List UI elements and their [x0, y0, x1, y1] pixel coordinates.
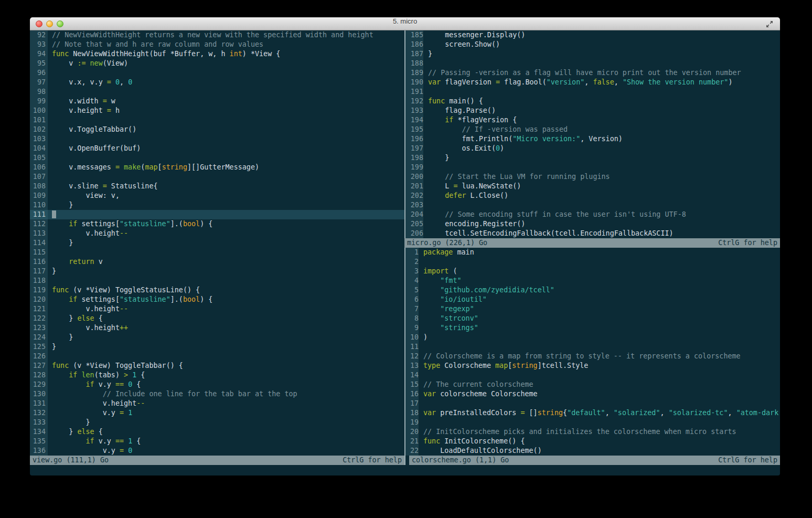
code-line[interactable]: 203: [404, 200, 780, 210]
code-line[interactable]: 120 if settings["statusline"].(bool) {: [30, 295, 404, 304]
code-line[interactable]: 104 v.OpenBuffer(buf): [30, 144, 404, 153]
code-line[interactable]: 206 tcell.SetEncodingFallback(tcell.Enco…: [404, 229, 780, 238]
code-line[interactable]: 191: [404, 87, 780, 97]
code-line[interactable]: 17: [404, 399, 780, 408]
code-line[interactable]: 128 if len(tabs) > 1 {: [30, 371, 404, 380]
code-line[interactable]: 118: [30, 276, 404, 286]
pane-colorscheme-go[interactable]: 1package main23import (4 "fmt"5 "github.…: [404, 248, 780, 456]
code-token: ): [423, 333, 428, 341]
code-line[interactable]: 130 // Include one line for the tab bar …: [30, 389, 404, 399]
code-line[interactable]: 11: [404, 342, 780, 352]
code-line[interactable]: 119func (v *View) ToggleStatusLine() {: [30, 286, 404, 295]
command-line[interactable]: [30, 465, 780, 475]
code-line[interactable]: 2: [404, 257, 780, 267]
code-line[interactable]: 98: [30, 87, 404, 97]
bottom-status-row: view.go (111,1) Go CtrlG for help colors…: [30, 456, 780, 465]
code-line[interactable]: 101: [30, 115, 404, 125]
code-line[interactable]: 92// NewViewWidthHeight returns a new vi…: [30, 30, 404, 40]
code-line[interactable]: 205 encoding.Register(): [404, 219, 780, 229]
resize-icon[interactable]: [765, 20, 774, 28]
code-line[interactable]: 204 // Some encoding stuff in case the u…: [404, 210, 780, 219]
code-line[interactable]: 193 flag.Parse(): [404, 106, 780, 115]
code-line[interactable]: 199: [404, 163, 780, 172]
code-line[interactable]: 127func (v *View) ToggleTabbar() {: [30, 361, 404, 371]
code-line[interactable]: 18var preInstalledColors = []string{"def…: [404, 408, 780, 418]
code-line[interactable]: 196 fmt.Println("Micro version:", Versio…: [404, 134, 780, 144]
code-line[interactable]: 3import (: [404, 267, 780, 276]
code-line[interactable]: 107: [30, 172, 404, 182]
code-line[interactable]: 185 messenger.Display(): [404, 30, 780, 40]
code-line[interactable]: 116 return v: [30, 257, 404, 267]
code-line[interactable]: 19: [404, 418, 780, 427]
code-line[interactable]: 194 if *flagVersion {: [404, 115, 780, 125]
code-line[interactable]: 9 "strings": [404, 323, 780, 333]
code-line[interactable]: 189// Passing -version as a flag will ha…: [404, 68, 780, 78]
code-line[interactable]: 124 }: [30, 333, 404, 342]
code-line[interactable]: 108 v.sline = Statusline{: [30, 182, 404, 191]
code-line[interactable]: 5 "github.com/zyedidia/tcell": [404, 286, 780, 295]
code-line[interactable]: 121 v.height--: [30, 304, 404, 314]
code-line[interactable]: 6 "io/ioutil": [404, 295, 780, 304]
window-titlebar[interactable]: 5. micro: [30, 17, 780, 30]
code-line[interactable]: 95 v := new(View): [30, 59, 404, 68]
code-line[interactable]: 195 // If -version was passed: [404, 125, 780, 134]
code-line[interactable]: 186 screen.Show(): [404, 40, 780, 49]
code-line[interactable]: 111: [30, 210, 404, 219]
code-line[interactable]: 8 "strconv": [404, 314, 780, 323]
split-divider[interactable]: [404, 456, 409, 465]
code-line[interactable]: 21func InitColorscheme() {: [404, 437, 780, 446]
code-line[interactable]: 187}: [404, 49, 780, 59]
code-line[interactable]: 188: [404, 59, 780, 68]
code-line[interactable]: 202 defer L.Close(): [404, 191, 780, 200]
code-line[interactable]: 100 v.height = h: [30, 106, 404, 115]
code-line[interactable]: 197 os.Exit(0): [404, 144, 780, 153]
code-line[interactable]: 14: [404, 371, 780, 380]
code-line[interactable]: 200 // Start the Lua VM for running plug…: [404, 172, 780, 182]
code-line[interactable]: 117}: [30, 267, 404, 276]
code-line[interactable]: 106 v.messages = make(map[string][]Gutte…: [30, 163, 404, 172]
code-line[interactable]: 1package main: [404, 248, 780, 257]
code-line[interactable]: 12// Colorscheme is a map from string to…: [404, 352, 780, 361]
code-line[interactable]: 135 if v.y == 1 {: [30, 437, 404, 446]
code-line[interactable]: 129 if v.y == 0 {: [30, 380, 404, 389]
code-line[interactable]: 105: [30, 153, 404, 163]
code-line[interactable]: 13type Colorscheme map[string]tcell.Styl…: [404, 361, 780, 371]
code-line[interactable]: 126: [30, 352, 404, 361]
code-line[interactable]: 136 v.y = 0: [30, 446, 404, 456]
code-line[interactable]: 102 v.ToggleTabbar(): [30, 125, 404, 134]
code-line[interactable]: 15// The current colorscheme: [404, 380, 780, 389]
code-line[interactable]: 7 "regexp": [404, 304, 780, 314]
code-line[interactable]: 122 } else {: [30, 314, 404, 323]
code-line[interactable]: 113 v.height--: [30, 229, 404, 238]
code-line[interactable]: 131 v.height--: [30, 399, 404, 408]
code-line[interactable]: 192func main() {: [404, 97, 780, 106]
pane-view-go[interactable]: 92// NewViewWidthHeight returns a new vi…: [30, 30, 404, 456]
code-line[interactable]: 115: [30, 248, 404, 257]
code-line[interactable]: 99 v.width = w: [30, 97, 404, 106]
code-line[interactable]: 190var flagVersion = flag.Bool("version"…: [404, 78, 780, 87]
code-line[interactable]: 16var colorscheme Colorscheme: [404, 389, 780, 399]
code-line[interactable]: 22 LoadDefaultColorscheme(): [404, 446, 780, 456]
code-line[interactable]: 132 v.y = 1: [30, 408, 404, 418]
code-line[interactable]: 4 "fmt": [404, 276, 780, 286]
line-number: 133: [30, 418, 48, 427]
code-line[interactable]: 123 v.height++: [30, 323, 404, 333]
code-line[interactable]: 133 }: [30, 418, 404, 427]
code-line[interactable]: 103: [30, 134, 404, 144]
code-token: // If -version was passed: [428, 125, 568, 133]
pane-micro-go[interactable]: 185 messenger.Display()186 screen.Show()…: [404, 30, 780, 238]
code-line[interactable]: 201 L = lua.NewState(): [404, 182, 780, 191]
code-line[interactable]: 134 } else {: [30, 427, 404, 437]
code-line[interactable]: 96: [30, 68, 404, 78]
code-line[interactable]: 10): [404, 333, 780, 342]
code-line[interactable]: 94func NewViewWidthHeight(buf *Buffer, w…: [30, 49, 404, 59]
code-line[interactable]: 20// InitColorscheme picks and initializ…: [404, 427, 780, 437]
code-line[interactable]: 112 if settings["statusline"].(bool) {: [30, 219, 404, 229]
code-line[interactable]: 97 v.x, v.y = 0, 0: [30, 78, 404, 87]
code-line[interactable]: 110 }: [30, 200, 404, 210]
code-line[interactable]: 93// Note that w and h are raw column an…: [30, 40, 404, 49]
code-line[interactable]: 109 view: v,: [30, 191, 404, 200]
code-line[interactable]: 114 }: [30, 238, 404, 248]
code-line[interactable]: 125}: [30, 342, 404, 352]
code-line[interactable]: 198 }: [404, 153, 780, 163]
